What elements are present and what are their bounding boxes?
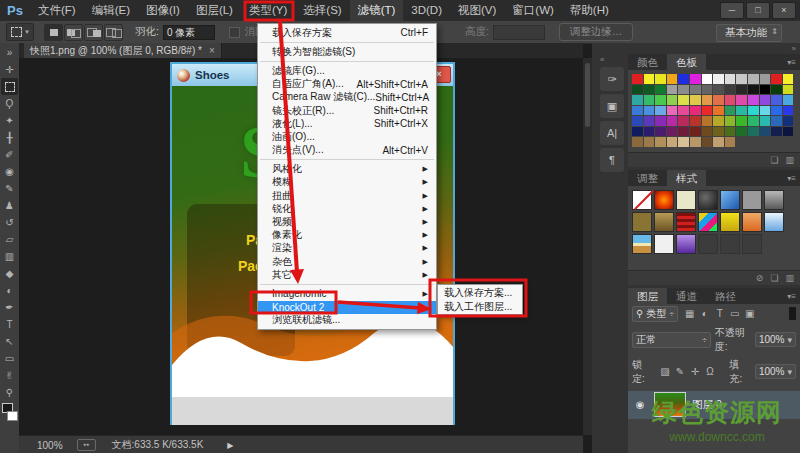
lock-paint-icon[interactable]: ✎ — [672, 366, 687, 377]
color-swatch[interactable] — [713, 116, 724, 126]
hand-tool[interactable]: ✌ — [1, 367, 18, 384]
filter-menu-item-last-filter[interactable]: 载入保存方案Ctrl+F — [258, 26, 436, 39]
color-swatches[interactable] — [2, 403, 18, 421]
filter-menu-item-stylize[interactable]: 风格化▶ — [258, 163, 436, 176]
color-swatch[interactable] — [771, 106, 782, 116]
layer-filter-toggle[interactable] — [789, 307, 796, 320]
color-swatch[interactable] — [702, 85, 713, 95]
color-swatch[interactable] — [748, 85, 759, 95]
color-swatch[interactable] — [783, 116, 794, 126]
gradient-tool[interactable]: ▥ — [1, 248, 18, 265]
color-swatch[interactable] — [655, 95, 666, 105]
style-swatch[interactable] — [742, 234, 762, 254]
color-swatch[interactable] — [736, 74, 747, 84]
color-swatch[interactable] — [713, 85, 724, 95]
filter-menu-item-knockout2[interactable]: KnockOut 2▶ — [258, 301, 436, 314]
color-swatch[interactable] — [690, 74, 701, 84]
filter-menu-item-pixelate[interactable]: 像素化▶ — [258, 229, 436, 242]
panel-menu-icon[interactable]: ▾≡ — [787, 292, 796, 301]
style-swatch[interactable] — [676, 212, 696, 232]
submenu-item-load-saved-scheme[interactable]: 载入保存方案... — [438, 286, 522, 300]
color-swatch[interactable] — [667, 137, 678, 147]
layer-filter-combo[interactable]: ⚲ 类型 ÷ — [632, 306, 678, 322]
height-input[interactable] — [493, 25, 545, 40]
color-swatch[interactable] — [736, 106, 747, 116]
color-swatch[interactable] — [760, 95, 771, 105]
add-selection-button[interactable] — [64, 24, 83, 41]
style-swatch[interactable] — [742, 212, 762, 232]
menubar-item-help[interactable]: 帮助(H) — [562, 0, 617, 21]
style-swatch[interactable] — [698, 190, 718, 210]
color-swatch[interactable] — [644, 137, 655, 147]
minimize-button[interactable]: ─ — [720, 2, 744, 19]
clone-stamp-tool[interactable]: ♟ — [1, 197, 18, 214]
color-swatch[interactable] — [713, 106, 724, 116]
status-options-arrow-icon[interactable]: ▶ — [227, 441, 233, 450]
styles-tab[interactable]: 调整 — [628, 170, 667, 186]
blur-tool[interactable]: ◆ — [1, 265, 18, 282]
color-swatch[interactable] — [678, 106, 689, 116]
color-swatch[interactable] — [678, 95, 689, 105]
path-select-tool[interactable]: ↖ — [1, 333, 18, 350]
color-swatch[interactable] — [713, 137, 724, 147]
filter-menu-item-other[interactable]: 其它▶ — [258, 268, 436, 281]
toolbar-collapse-icon[interactable]: » — [1, 44, 18, 61]
color-swatch[interactable] — [725, 127, 736, 137]
color-swatch[interactable] — [702, 106, 713, 116]
style-swatch[interactable] — [654, 212, 674, 232]
filter-menu-item-oil-paint[interactable]: 油画(O)... — [258, 130, 436, 143]
color-swatch[interactable] — [760, 116, 771, 126]
color-swatch[interactable] — [760, 127, 771, 137]
style-swatch[interactable] — [632, 190, 652, 210]
menubar-item-layer[interactable]: 图层(L) — [188, 0, 241, 21]
color-swatch[interactable] — [655, 74, 666, 84]
style-swatch[interactable] — [720, 234, 740, 254]
new-swatch-icon[interactable]: ❏ — [770, 155, 778, 165]
filter-menu-item-lens-correction[interactable]: 镜头校正(R)...Shift+Ctrl+R — [258, 104, 436, 117]
eyedropper-tool[interactable]: ✐ — [1, 146, 18, 163]
style-swatch[interactable] — [698, 234, 718, 254]
style-swatch[interactable] — [764, 190, 784, 210]
color-swatch[interactable] — [702, 74, 713, 84]
color-swatch[interactable] — [690, 127, 701, 137]
color-swatch[interactable] — [748, 116, 759, 126]
color-swatch[interactable] — [771, 74, 782, 84]
color-swatch[interactable] — [736, 127, 747, 137]
color-swatch[interactable] — [644, 116, 655, 126]
color-swatch[interactable] — [725, 116, 736, 126]
document-close-icon[interactable]: × — [209, 43, 215, 58]
intersect-selection-button[interactable] — [104, 24, 123, 41]
color-swatch[interactable] — [760, 106, 771, 116]
brush-presets-panel-icon[interactable]: ✑ — [600, 67, 624, 91]
color-swatch[interactable] — [632, 74, 643, 84]
crop-tool[interactable]: ╂ — [1, 129, 18, 146]
canvas-scrollbar[interactable] — [583, 58, 592, 435]
filter-menu-item-imagenomic[interactable]: Imagenomic▶ — [258, 287, 436, 300]
color-swatch[interactable] — [678, 127, 689, 137]
color-swatch[interactable] — [713, 95, 724, 105]
menubar-item-select[interactable]: 选择(S) — [295, 0, 349, 21]
menubar-item-window[interactable]: 窗口(W) — [504, 0, 562, 21]
collapse-strip-icon[interactable]: « — [600, 55, 604, 64]
blend-mode-select[interactable]: 正常 ÷ — [632, 332, 711, 348]
dock-collapse-bar[interactable]: » — [628, 43, 800, 54]
color-swatch[interactable] — [736, 95, 747, 105]
style-swatch[interactable] — [654, 190, 674, 210]
lock-transparency-icon[interactable]: ▨ — [657, 366, 672, 377]
color-swatch[interactable] — [678, 116, 689, 126]
color-swatch[interactable] — [725, 85, 736, 95]
panel-menu-icon[interactable]: ▾≡ — [787, 58, 796, 67]
color-swatch[interactable] — [771, 116, 782, 126]
pen-tool[interactable]: ✒ — [1, 299, 18, 316]
smart-object-filter-icon[interactable]: ▣ — [742, 308, 757, 319]
layers-tab[interactable]: 图层 — [628, 288, 667, 304]
color-swatch[interactable] — [690, 137, 701, 147]
panel-menu-icon[interactable]: ▾≡ — [787, 174, 796, 183]
adjustment-layer-filter-icon[interactable]: ◐ — [697, 308, 712, 319]
delete-style-icon[interactable]: ▥ — [785, 273, 794, 283]
anti-alias-checkbox[interactable] — [229, 27, 240, 38]
lock-move-icon[interactable]: ✛ — [687, 366, 702, 377]
document-tab[interactable]: 快照1.png @ 100% (图层 0, RGB/8#) * × — [24, 43, 222, 58]
layers-tab[interactable]: 路径 — [706, 288, 745, 304]
paragraph-panel-icon[interactable]: ¶ — [600, 148, 624, 172]
